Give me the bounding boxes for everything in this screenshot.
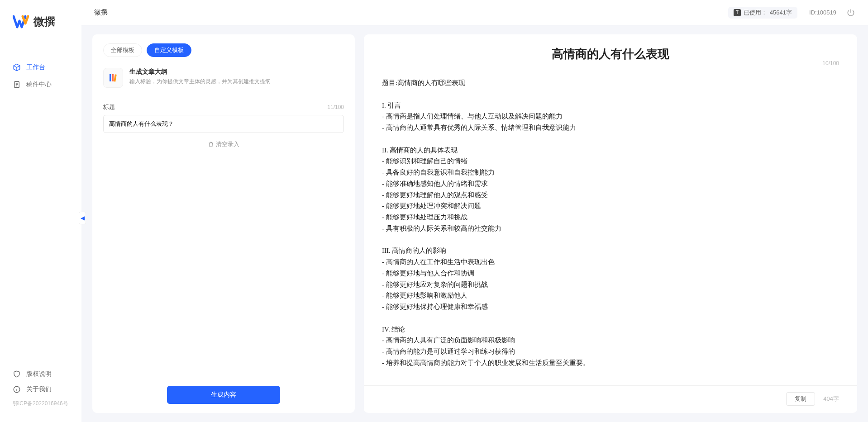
text-icon: T (734, 9, 741, 16)
word-count: 404字 (823, 395, 839, 403)
sidebar-item-copyright[interactable]: 版权说明 (0, 366, 81, 382)
panel-left: 全部模板 自定义模板 生成文章大纲 输入标题，为你提供文章主体的灵感，并为其创建… (92, 34, 355, 413)
logo: 微撰 (0, 0, 81, 41)
template-desc: 输入标题，为你提供文章主体的灵感，并为其创建推文提纲 (129, 78, 271, 85)
template-info: 生成文章大纲 输入标题，为你提供文章主体的灵感，并为其创建推文提纲 (129, 68, 271, 85)
sidebar-item-label: 稿件中心 (26, 81, 52, 89)
template-tabs: 全部模板 自定义模板 (92, 43, 355, 65)
template-title: 生成文章大纲 (129, 68, 271, 76)
sidebar-item-workspace[interactable]: 工作台 (0, 59, 81, 76)
trash-icon (208, 141, 214, 147)
logo-text: 微撰 (33, 14, 55, 29)
document-icon (13, 81, 21, 89)
sidebar-item-about[interactable]: 关于我们 (0, 382, 81, 397)
main: 微撰 T 已使用： 45641字 ID:100519 全部模板 自定义模板 (81, 0, 868, 422)
template-card: 生成文章大纲 输入标题，为你提供文章主体的灵感，并为其创建推文提纲 (92, 65, 355, 97)
books-icon (103, 68, 123, 88)
svg-rect-4 (114, 74, 117, 81)
title-field-count: 11/100 (327, 104, 344, 110)
logo-icon (13, 14, 29, 30)
sidebar-item-label: 工作台 (26, 63, 45, 71)
usage-value: 45641字 (770, 9, 792, 17)
sidebar-collapse-handle[interactable]: ◀ (79, 212, 86, 224)
panel-right: 高情商的人有什么表现 10/100 题目:高情商的人有哪些表现 I. 引言 - … (364, 34, 857, 413)
shield-icon (13, 370, 21, 378)
page-title: 微撰 (94, 8, 728, 17)
clear-input-button[interactable]: 清空录入 (103, 140, 344, 148)
workspace: 全部模板 自定义模板 生成文章大纲 输入标题，为你提供文章主体的灵感，并为其创建… (81, 25, 868, 422)
topbar: 微撰 T 已使用： 45641字 ID:100519 (81, 0, 868, 25)
svg-rect-3 (112, 74, 114, 81)
sidebar-item-label: 关于我们 (26, 385, 52, 394)
copy-button[interactable]: 复制 (786, 392, 815, 406)
title-field-block: 标题 11/100 清空录入 (92, 97, 355, 148)
usage-label: 已使用： (744, 9, 767, 17)
sidebar: 微撰 工作台 稿件中心 版权说明 (0, 0, 81, 422)
icp-text: 鄂ICP备2022016946号 (0, 397, 81, 413)
svg-rect-2 (110, 74, 111, 81)
doc-footer: 复制 404字 (364, 385, 857, 406)
generate-button[interactable]: 生成内容 (167, 386, 280, 404)
chevron-left-icon: ◀ (81, 215, 85, 221)
title-input[interactable] (103, 115, 344, 133)
power-icon[interactable] (846, 8, 855, 17)
doc-header: 高情商的人有什么表现 10/100 (364, 46, 857, 66)
cube-icon (13, 63, 21, 71)
tab-custom-templates[interactable]: 自定义模板 (147, 43, 191, 57)
info-icon (13, 385, 21, 394)
sidebar-nav: 工作台 稿件中心 (0, 41, 81, 366)
sidebar-item-drafts[interactable]: 稿件中心 (0, 76, 81, 93)
user-id: ID:100519 (809, 9, 836, 16)
sidebar-item-label: 版权说明 (26, 370, 52, 378)
doc-title-count: 10/100 (822, 60, 839, 66)
doc-body[interactable]: 题目:高情商的人有哪些表现 I. 引言 - 高情商是指人们处理情绪、与他人互动以… (364, 66, 857, 385)
clear-input-label: 清空录入 (216, 140, 239, 148)
doc-title[interactable]: 高情商的人有什么表现 (382, 46, 839, 62)
title-field-label: 标题 (103, 103, 115, 111)
tab-all-templates[interactable]: 全部模板 (103, 43, 142, 57)
sidebar-footer: 版权说明 关于我们 鄂ICP备2022016946号 (0, 366, 81, 422)
usage-badge[interactable]: T 已使用： 45641字 (728, 7, 797, 19)
